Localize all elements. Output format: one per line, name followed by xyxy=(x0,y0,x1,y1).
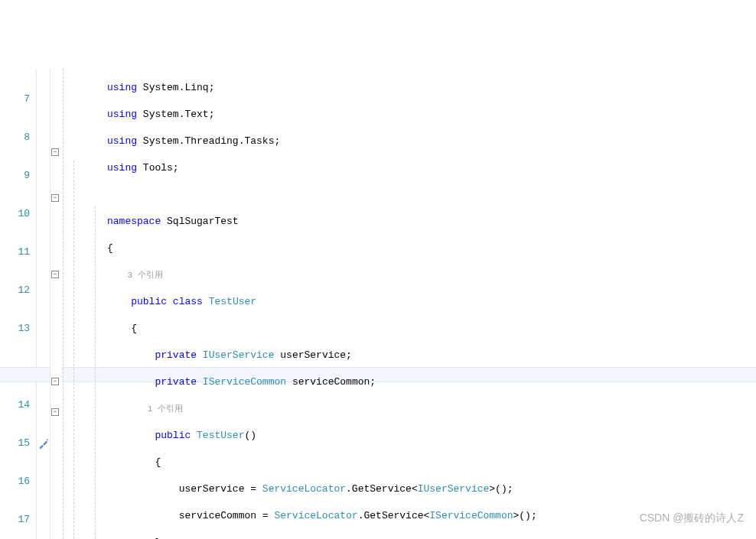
type-name: IServiceCommon xyxy=(203,376,286,388)
brace: { xyxy=(155,456,161,468)
line-number: 11 xyxy=(0,245,30,260)
type-name: ServiceLocator xyxy=(274,510,357,521)
call: >(); xyxy=(489,483,513,495)
assign: userService = xyxy=(179,483,262,495)
namespace-ref: System.Text; xyxy=(143,109,215,120)
fold-margin: − − − − − xyxy=(51,69,61,539)
type-name: TestUser xyxy=(209,296,256,307)
line-number: 13 xyxy=(0,321,30,336)
call: .GetService< xyxy=(346,483,418,495)
type-name: IServiceCommon xyxy=(429,510,513,521)
line-number: 10 xyxy=(0,206,30,222)
brace: { xyxy=(131,323,137,334)
fold-toggle[interactable]: − xyxy=(51,378,59,385)
type-name: ServiceLocator xyxy=(262,483,346,495)
fold-toggle[interactable]: − xyxy=(51,148,59,156)
assign: serviceCommon = xyxy=(179,510,275,521)
brace: { xyxy=(107,242,113,254)
codelens-references[interactable]: 3 个引用 xyxy=(127,271,162,280)
code-editor[interactable]: 7 8 9 10 11 12 13 14 15 16 17 18 19 20 2… xyxy=(0,69,756,539)
marker-margin xyxy=(37,69,51,539)
type-name: IUserService xyxy=(203,349,275,361)
code-area[interactable]: using System.Linq; using System.Text; us… xyxy=(107,69,756,539)
fold-toggle[interactable]: − xyxy=(51,271,59,278)
keyword: class xyxy=(173,296,203,307)
call: >(); xyxy=(513,510,537,521)
fold-toggle[interactable]: − xyxy=(51,408,59,416)
watermark: CSDN @搬砖的诗人Z xyxy=(640,511,744,525)
namespace-ref: System.Linq; xyxy=(143,82,215,93)
line-number: 9 xyxy=(0,168,30,183)
keyword: namespace xyxy=(107,216,161,227)
field-name: userService; xyxy=(280,349,352,361)
namespace-ref: System.Threading.Tasks; xyxy=(143,135,280,147)
namespace-name: SqlSugarTest xyxy=(167,216,239,227)
namespace-ref: Tools; xyxy=(143,162,179,174)
indent-guides xyxy=(61,69,107,539)
screwdriver-icon[interactable] xyxy=(38,438,49,449)
keyword: private xyxy=(155,349,197,361)
keyword: using xyxy=(107,162,137,174)
keyword: public xyxy=(131,296,167,307)
line-number: 14 xyxy=(0,398,30,413)
fold-toggle[interactable]: − xyxy=(51,194,59,202)
line-number: 7 xyxy=(0,92,30,107)
keyword: using xyxy=(107,135,137,147)
call: .GetService< xyxy=(358,510,430,521)
codelens-references[interactable]: 1 个引用 xyxy=(148,404,183,414)
parens: () xyxy=(244,430,256,441)
keyword: using xyxy=(107,109,137,120)
line-number: 8 xyxy=(0,130,30,145)
line-number: 17 xyxy=(0,512,30,528)
type-name: IUserService xyxy=(418,483,490,495)
line-number-gutter: 7 8 9 10 11 12 13 14 15 16 17 18 19 20 2… xyxy=(0,69,37,539)
line-number: 15 xyxy=(0,436,30,451)
ctor-name: TestUser xyxy=(197,430,244,441)
line-number: 16 xyxy=(0,474,30,489)
keyword: private xyxy=(155,376,197,388)
field-name: serviceCommon; xyxy=(292,376,376,388)
line-number: 12 xyxy=(0,283,30,298)
keyword: public xyxy=(155,430,191,441)
keyword: using xyxy=(107,82,137,93)
